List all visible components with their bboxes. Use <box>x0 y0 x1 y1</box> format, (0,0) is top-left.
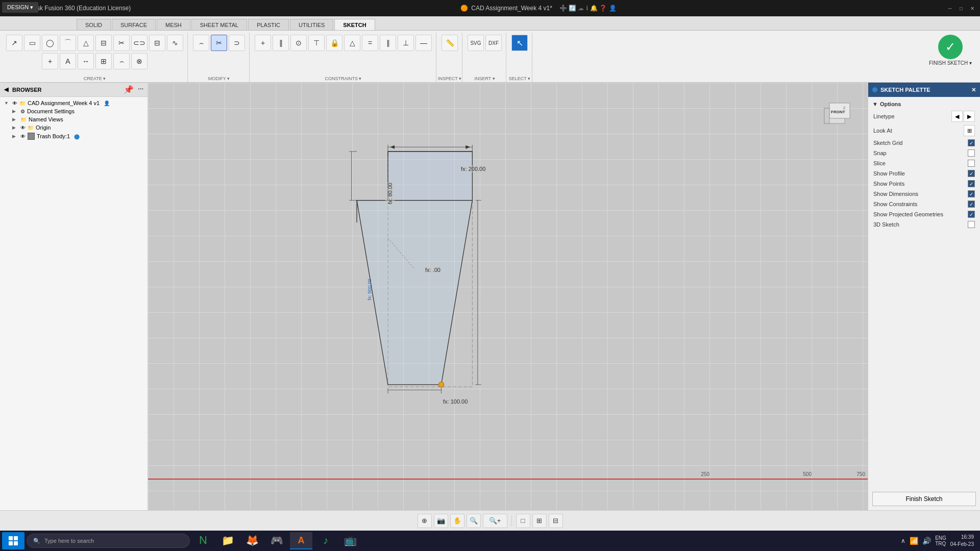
tab-mesh[interactable]: MESH <box>157 19 190 30</box>
browser-pin[interactable]: 📌 <box>124 85 134 94</box>
browser-item-trash-body[interactable]: ▶ 👁 Trash Body:1 ⬤ <box>2 132 145 141</box>
collinear-tool[interactable]: ‖ <box>273 35 289 51</box>
browser-item-root[interactable]: ▼ 👁 📁 CAD Assignment_Week 4 v1 👤 <box>2 99 145 107</box>
tab-solid[interactable]: SOLID <box>77 19 111 30</box>
insert-svg-tool[interactable]: SVG <box>468 35 484 51</box>
trim-tool[interactable]: ✂ <box>113 35 130 51</box>
visibility-icon[interactable]: 👁 <box>20 125 26 131</box>
point-tool[interactable]: + <box>42 53 58 69</box>
linetype-back[interactable]: ◀ <box>951 111 963 122</box>
minimize-btn[interactable]: ─ <box>946 5 953 12</box>
zoom-fit-btn[interactable]: 🔍+ <box>483 514 507 528</box>
snap-btn[interactable]: ⊕ <box>418 514 432 528</box>
insert-dxf-tool[interactable]: DXF <box>485 35 502 51</box>
close-btn[interactable]: ✕ <box>969 5 976 12</box>
start-button[interactable] <box>2 532 24 549</box>
search-bar[interactable]: 🔍 Type here to search <box>27 534 190 548</box>
browser-item-origin[interactable]: ▶ 👁 📁 Origin <box>2 123 145 132</box>
taskbar-app-fusion[interactable]: A <box>290 532 312 549</box>
spline-tool[interactable]: ∿ <box>167 35 183 51</box>
finish-sketch-icon: ✓ <box>938 35 963 59</box>
taskbar-app-firefox[interactable]: 🦊 <box>241 532 263 549</box>
pan-btn[interactable]: ✋ <box>450 514 464 528</box>
svg-marker-9 <box>390 145 395 149</box>
svg-point-21 <box>438 382 444 387</box>
view-cube[interactable]: FRONT Z <box>817 93 857 134</box>
maximize-btn[interactable]: □ <box>958 5 965 12</box>
finish-sketch-palette-btn[interactable]: Finish Sketch <box>872 492 976 506</box>
look-at-btn[interactable]: ⊞ <box>964 125 975 136</box>
fix-tool[interactable]: 🔒 <box>326 35 342 51</box>
line-tool[interactable]: ↗ <box>6 35 22 51</box>
viewport[interactable]: fx: 500.00 fx: 200.00 fx: 80.00 fx: .00 … <box>148 83 868 510</box>
show-constraints-checkbox[interactable] <box>968 201 975 208</box>
design-dropdown[interactable]: DESIGN ▾ <box>2 2 38 13</box>
extend-tool[interactable]: ⊃ <box>229 35 245 51</box>
tab-sketch[interactable]: SKETCH <box>334 19 375 30</box>
linetype-fwd[interactable]: ▶ <box>964 111 975 122</box>
slot-tool[interactable]: ⊟ <box>149 35 165 51</box>
grid-btn[interactable]: ⊞ <box>532 514 547 528</box>
taskbar-app-music[interactable]: ♪ <box>314 532 337 549</box>
concentric-tool[interactable]: ⊙ <box>290 35 307 51</box>
inspect-row: 📏 <box>442 35 458 51</box>
visibility-icon[interactable]: 👁 <box>12 101 17 106</box>
env-btn[interactable]: ⊟ <box>549 514 563 528</box>
equal-tool[interactable]: = <box>362 35 378 51</box>
dim-tool[interactable]: ↔ <box>78 53 94 69</box>
camera-btn[interactable]: 📷 <box>434 514 448 528</box>
show-projected-checkbox[interactable] <box>968 211 975 218</box>
select-tool[interactable]: ↖ <box>511 35 528 51</box>
tab-sheet-metal[interactable]: SHEET METAL <box>191 19 247 30</box>
chevron-up-icon[interactable]: ∧ <box>901 537 905 544</box>
perpendicular-tool[interactable]: ⊥ <box>398 35 414 51</box>
3d-sketch-checkbox[interactable] <box>968 221 975 228</box>
fillet-mod-tool[interactable]: ⌢ <box>193 35 209 51</box>
polygon-tool[interactable]: △ <box>78 35 94 51</box>
mirror-tool[interactable]: ⊞ <box>95 53 112 69</box>
tab-utilities[interactable]: UTILITIES <box>290 19 333 30</box>
zoom-btn[interactable]: 🔍 <box>467 514 481 528</box>
browser-item-named-views[interactable]: ▶ 📁 Named Views <box>2 115 145 123</box>
palette-header: SKETCH PALETTE ✕ <box>868 83 980 97</box>
show-dimensions-checkbox[interactable] <box>968 190 975 197</box>
tangent-tool[interactable]: △ <box>344 35 360 51</box>
project-tool[interactable]: ⊗ <box>131 53 148 69</box>
ellipse-tool[interactable]: ⊂⊃ <box>131 35 148 51</box>
show-profile-checkbox[interactable] <box>968 170 975 177</box>
taskbar-app-notepad[interactable]: N <box>192 532 214 549</box>
parallel-tool[interactable]: ∥ <box>380 35 396 51</box>
visibility-icon[interactable]: 👁 <box>20 134 26 139</box>
browser-expand[interactable]: ⋯ <box>138 86 143 93</box>
trim-mod-tool[interactable]: ✂ <box>211 35 227 51</box>
taskbar-clock[interactable]: 16:39 04-Feb-23 <box>950 534 974 548</box>
options-section-title[interactable]: ▼ Options <box>872 100 976 109</box>
text-tool[interactable]: A <box>60 53 76 69</box>
fillet-tool[interactable]: ⌢ <box>113 53 130 69</box>
sketch-grid-checkbox[interactable] <box>968 139 975 146</box>
slice-checkbox[interactable] <box>968 160 975 167</box>
horiz-tool[interactable]: — <box>415 35 432 51</box>
arc-tool[interactable]: ⌒ <box>60 35 76 51</box>
snap-row: Snap <box>872 148 976 158</box>
rect-tool[interactable]: ▭ <box>24 35 40 51</box>
tab-surface[interactable]: SURFACE <box>112 19 156 30</box>
folder-icon: 📁 <box>20 117 27 122</box>
browser-item-doc-settings[interactable]: ▶ ⚙ Document Settings <box>2 107 145 115</box>
show-points-checkbox[interactable] <box>968 180 975 187</box>
taskbar-app-app4[interactable]: 🎮 <box>265 532 288 549</box>
finish-sketch-button[interactable]: ✓ FINISH SKETCH ▾ <box>927 33 974 68</box>
collapse-icon[interactable]: ✕ <box>971 87 976 93</box>
arrow-icon: ▶ <box>12 117 18 122</box>
taskbar-app-app6[interactable]: 📺 <box>339 532 361 549</box>
coincident-tool[interactable]: + <box>255 35 271 51</box>
browser-back-icon[interactable]: ◀ <box>4 86 8 93</box>
display-btn[interactable]: □ <box>516 514 530 528</box>
taskbar-app-explorer[interactable]: 📁 <box>216 532 239 549</box>
offset-tool[interactable]: ⊟ <box>95 35 112 51</box>
circle-tool[interactable]: ◯ <box>42 35 58 51</box>
midpoint-tool[interactable]: ⊤ <box>308 35 325 51</box>
measure-tool[interactable]: 📏 <box>442 35 458 51</box>
snap-checkbox[interactable] <box>968 149 975 157</box>
tab-plastic[interactable]: PLASTIC <box>248 19 289 30</box>
